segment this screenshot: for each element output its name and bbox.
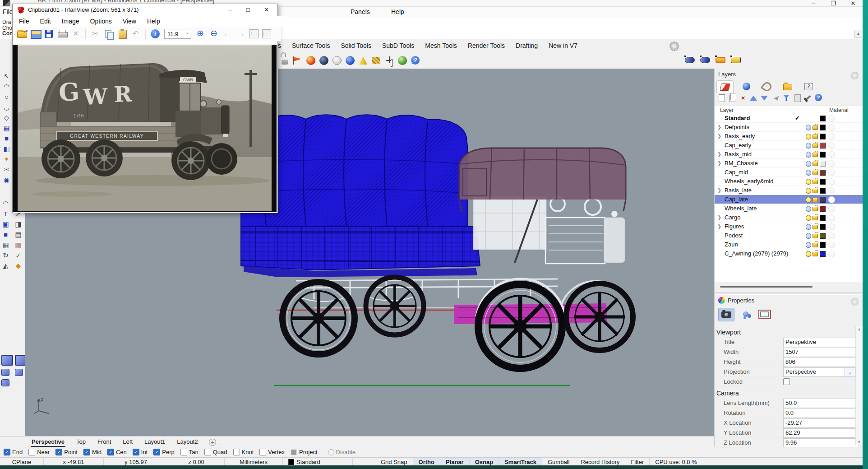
expand-arrow-icon[interactable]: ❯ <box>717 213 721 222</box>
toggle-osnap[interactable]: Osnap <box>470 458 499 466</box>
layer-visibility-bulb-icon[interactable] <box>806 197 811 203</box>
zoom-out-icon[interactable]: ⊖ <box>208 28 219 39</box>
layer-color-swatch[interactable] <box>820 170 826 176</box>
expand-arrow-icon[interactable]: ❯ <box>717 222 721 231</box>
layer-row[interactable]: Cap_early <box>715 141 863 150</box>
layer-visibility-bulb-icon[interactable] <box>806 206 811 212</box>
layer-visibility-bulb-icon[interactable] <box>806 125 811 130</box>
toolbar-ball-red-icon[interactable] <box>306 56 316 65</box>
layer-row[interactable]: Wheels_late <box>715 204 863 213</box>
disable-radio[interactable] <box>328 449 334 455</box>
layer-row[interactable]: ❯Basis_mid <box>715 150 863 159</box>
layer-visibility-bulb-icon[interactable] <box>806 170 811 176</box>
save-icon[interactable] <box>43 28 54 39</box>
last-image-icon[interactable]: ↓ <box>262 29 271 38</box>
property-value-field[interactable]: 1507 <box>783 348 859 357</box>
toolbar-help-icon[interactable] <box>411 56 420 65</box>
toolbar-tab-new-in-v7[interactable]: New in V7 <box>549 42 577 49</box>
layer-row[interactable]: Cap_late <box>715 195 863 204</box>
toggle-smarttrack[interactable]: SmartTrack <box>499 458 542 466</box>
layer-material-dot[interactable] <box>828 205 835 212</box>
layer-color-swatch[interactable] <box>820 152 826 158</box>
toggle-grid-snap[interactable]: Grid Snap <box>375 458 413 466</box>
layer-material-dot[interactable] <box>828 223 835 230</box>
layers-horizontal-scrollbar[interactable] <box>715 284 863 289</box>
dropdown-arrow-icon[interactable]: ⌄ <box>845 367 855 377</box>
toggle-filter[interactable]: Filter <box>625 458 650 466</box>
layer-row[interactable]: Cap_mid <box>715 168 863 177</box>
layer-material-dot[interactable] <box>828 169 835 176</box>
layer-lock-icon[interactable] <box>813 162 818 166</box>
layer-color-swatch[interactable] <box>820 206 826 212</box>
irfanview-minimize-button[interactable]: – <box>222 5 238 14</box>
layer-color-swatch[interactable] <box>820 188 826 194</box>
rhino-restore-button[interactable]: ❐ <box>826 0 841 7</box>
toolbar-axes-icon[interactable] <box>384 56 394 65</box>
layer-row[interactable]: Standard✔ <box>715 114 863 123</box>
layer-row[interactable]: ❯Cargo <box>715 213 863 222</box>
tool-circle-icon[interactable]: ○ <box>1 92 12 102</box>
toggle-record-history[interactable]: Record History <box>575 458 625 466</box>
tool-array-icon[interactable]: ▦ <box>0 240 11 250</box>
zoom-value-input[interactable]: 11.9 <box>164 29 191 39</box>
rhino-menu-file[interactable]: File <box>3 8 13 15</box>
layer-material-dot[interactable] <box>828 196 835 203</box>
toggle-gumball[interactable]: Gumball <box>542 458 575 466</box>
layer-row[interactable]: ❯Figures <box>715 222 863 231</box>
osnap-checkbox-knot[interactable] <box>233 449 240 455</box>
vp-c-icon[interactable] <box>1 379 9 386</box>
viewport-tab-front[interactable]: Front <box>97 437 112 447</box>
tool-trim-icon[interactable]: ✂ <box>1 165 12 174</box>
tool-solid-icon[interactable]: ■ <box>0 230 11 239</box>
tab-viewport-properties[interactable] <box>718 308 734 321</box>
osnap-checkbox-point[interactable]: ✓ <box>55 449 62 455</box>
layer-row[interactable]: Zaun <box>715 240 863 249</box>
project-state-icon[interactable] <box>291 450 296 455</box>
irfanview-menu-help[interactable]: Help <box>147 18 160 25</box>
layer-material-dot[interactable] <box>828 142 835 149</box>
panel-divider[interactable] <box>715 292 863 295</box>
layer-lock-icon[interactable] <box>813 125 818 130</box>
layer-row[interactable]: Wheels_early&mid <box>715 177 863 186</box>
move-down-icon[interactable] <box>761 94 769 102</box>
tool-explode-icon[interactable]: ✶ <box>1 154 12 164</box>
irfanview-menu-view[interactable]: View <box>123 18 136 25</box>
delete-icon[interactable]: ✕ <box>70 28 81 39</box>
toggle-planar[interactable]: Planar <box>440 458 470 466</box>
layer-row[interactable]: C_Awning (2979) (2979) <box>715 249 863 258</box>
tool-fillet-icon[interactable]: ◠ <box>0 199 11 208</box>
tool-rotate-icon[interactable]: ↻ <box>0 251 11 260</box>
layer-visibility-bulb-icon[interactable] <box>806 224 811 230</box>
viewport-tab-top[interactable]: Top <box>75 437 87 447</box>
copy-icon[interactable] <box>103 28 114 39</box>
rhino-close-button[interactable]: ✕ <box>845 0 861 7</box>
tool-polygon-icon[interactable]: ◇ <box>1 113 12 122</box>
layer-visibility-bulb-icon[interactable] <box>806 251 811 257</box>
undo-icon[interactable]: ↶ <box>130 28 141 39</box>
toggle-ortho[interactable]: Ortho <box>413 458 440 466</box>
selection-cyl2-icon[interactable] <box>699 55 711 65</box>
layer-material-dot[interactable] <box>828 151 835 158</box>
tool-cage-icon[interactable]: ▦ <box>1 123 12 133</box>
expand-arrow-icon[interactable]: ❯ <box>717 186 721 195</box>
delete-layer-icon[interactable] <box>739 94 747 102</box>
toolbar-gear-icon[interactable] <box>669 42 679 51</box>
tool-surface-icon[interactable]: ◧ <box>1 144 12 153</box>
tab-display[interactable] <box>738 80 754 93</box>
osnap-checkbox-tan[interactable] <box>180 449 187 455</box>
toolbar-ball-dark-icon[interactable] <box>319 56 329 65</box>
copy-layer-icon[interactable] <box>728 94 736 102</box>
layer-lock-icon[interactable] <box>813 243 818 247</box>
osnap-checkbox-cen[interactable]: ✓ <box>107 449 114 455</box>
layer-lock-icon[interactable] <box>813 234 818 238</box>
layer-row[interactable]: ❯Basis_late <box>715 186 863 195</box>
y-coordinate[interactable]: y 105.97 <box>104 458 168 466</box>
layer-material-dot[interactable] <box>828 133 835 140</box>
layer-lock-icon[interactable] <box>813 180 818 184</box>
first-image-icon[interactable]: ↑ <box>249 29 259 38</box>
property-value-field[interactable]: 806 <box>783 358 859 367</box>
layer-row[interactable]: ❯BM_Chassie <box>715 159 863 168</box>
irfanview-menu-file[interactable]: File <box>19 18 29 25</box>
irfanview-window[interactable]: Clipboard01 - IrfanView (Zoom: 561 x 371… <box>12 4 278 213</box>
previous-image-icon[interactable]: ← <box>222 28 233 39</box>
